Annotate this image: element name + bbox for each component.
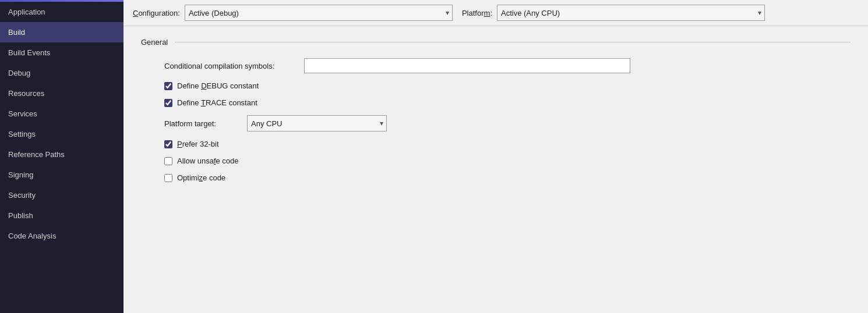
define-debug-checkbox[interactable] — [164, 82, 172, 90]
sidebar-item-resources[interactable]: Resources — [0, 83, 124, 104]
platform-select-wrapper: Active (Any CPU) Any CPU x86 x64 — [497, 5, 765, 21]
allow-unsafe-checkbox[interactable] — [164, 157, 172, 165]
optimize-code-label: Optimize code — [177, 173, 225, 182]
optimize-code-row: Optimize code — [141, 173, 851, 182]
sidebar-item-security[interactable]: Security — [0, 185, 124, 205]
define-trace-row: Define TRACE constant — [141, 98, 851, 107]
optimize-code-checkbox[interactable] — [164, 174, 172, 182]
platform-target-select[interactable]: Any CPU x86 x64 Itanium — [247, 115, 387, 131]
main-content: Configuration: Active (Debug) Debug Rele… — [124, 0, 868, 313]
configuration-select[interactable]: Active (Debug) Debug Release All Configu… — [185, 5, 453, 21]
general-section-header: General — [141, 38, 851, 47]
platform-label: Platform: — [462, 9, 492, 17]
define-trace-label: Define TRACE constant — [177, 98, 257, 107]
platform-target-label: Platform target: — [164, 119, 240, 128]
content-area: General Conditional compilation symbols:… — [124, 26, 868, 313]
sidebar-item-build[interactable]: Build — [0, 22, 124, 42]
sidebar: Application Build Build Events Debug Res… — [0, 0, 124, 313]
conditional-symbols-row: Conditional compilation symbols: — [141, 58, 851, 73]
allow-unsafe-row: Allow unsafe code — [141, 156, 851, 165]
define-debug-row: Define DEBUG constant — [141, 81, 851, 90]
define-debug-label: Define DEBUG constant — [177, 81, 259, 90]
platform-group: Platform: Active (Any CPU) Any CPU x86 x… — [462, 5, 765, 21]
prefer-32bit-checkbox[interactable] — [164, 140, 172, 148]
configuration-select-wrapper: Active (Debug) Debug Release All Configu… — [185, 5, 453, 21]
general-section-title: General — [141, 38, 168, 47]
conditional-symbols-label: Conditional compilation symbols: — [164, 62, 304, 70]
config-bar: Configuration: Active (Debug) Debug Rele… — [124, 0, 868, 26]
conditional-symbols-input[interactable] — [304, 58, 630, 73]
platform-select[interactable]: Active (Any CPU) Any CPU x86 x64 — [497, 5, 765, 21]
prefer-32bit-row: Prefer 32-bit — [141, 140, 851, 148]
define-trace-checkbox[interactable] — [164, 99, 172, 107]
section-divider — [175, 42, 851, 42]
sidebar-item-settings[interactable]: Settings — [0, 124, 124, 144]
configuration-label: Configuration: — [133, 9, 180, 17]
configuration-group: Configuration: Active (Debug) Debug Rele… — [133, 5, 453, 21]
sidebar-item-application[interactable]: Application — [0, 2, 124, 22]
sidebar-item-services[interactable]: Services — [0, 104, 124, 124]
sidebar-item-debug[interactable]: Debug — [0, 63, 124, 83]
sidebar-item-signing[interactable]: Signing — [0, 165, 124, 185]
allow-unsafe-label: Allow unsafe code — [177, 156, 239, 165]
sidebar-item-reference-paths[interactable]: Reference Paths — [0, 144, 124, 165]
sidebar-item-code-analysis[interactable]: Code Analysis — [0, 226, 124, 246]
sidebar-item-build-events[interactable]: Build Events — [0, 42, 124, 63]
platform-target-row: Platform target: Any CPU x86 x64 Itanium — [141, 115, 851, 131]
sidebar-item-publish[interactable]: Publish — [0, 205, 124, 226]
platform-target-select-wrapper: Any CPU x86 x64 Itanium — [247, 115, 387, 131]
prefer-32bit-label: Prefer 32-bit — [177, 140, 219, 148]
